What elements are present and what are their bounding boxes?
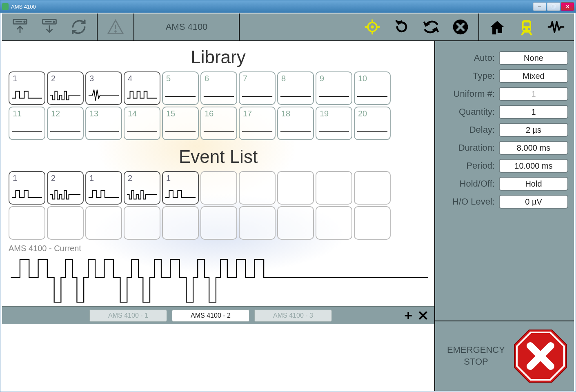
- download-button[interactable]: [38, 16, 61, 38]
- event-slot-15[interactable]: [200, 206, 237, 240]
- param-value-period[interactable]: 10.000 ms: [499, 159, 568, 173]
- event-slot-1[interactable]: 2: [47, 171, 84, 205]
- library-slot-8[interactable]: 8: [277, 71, 314, 105]
- warning-button[interactable]: [104, 16, 127, 38]
- upload-button[interactable]: [9, 16, 31, 38]
- library-slot-2[interactable]: 2: [47, 71, 84, 105]
- train-button[interactable]: [515, 16, 538, 38]
- refresh-button[interactable]: [67, 16, 90, 38]
- event-slot-18[interactable]: [316, 206, 352, 240]
- event-slot-7[interactable]: [277, 171, 314, 205]
- library-slot-3[interactable]: 3: [85, 71, 122, 105]
- cancel-circle-icon: [451, 18, 469, 36]
- close-tab-button[interactable]: ✕: [417, 307, 429, 324]
- library-slot-12[interactable]: 12: [47, 107, 84, 140]
- event-slot-4[interactable]: 1: [162, 171, 199, 205]
- slot-number: 20: [358, 109, 367, 118]
- slot-waveform: [165, 88, 196, 102]
- instrument-tab-2[interactable]: AMS 4100 - 3: [254, 310, 332, 322]
- emergency-stop-icon: [512, 327, 569, 385]
- instrument-tab-0[interactable]: AMS 4100 - 1: [89, 310, 167, 322]
- home-button[interactable]: [486, 16, 509, 38]
- slot-number: 7: [243, 74, 247, 83]
- slot-waveform: [241, 88, 273, 102]
- library-slot-14[interactable]: 14: [124, 107, 160, 140]
- instrument-tab-1[interactable]: AMS 4100 - 2: [172, 310, 249, 322]
- stop-button[interactable]: [449, 16, 472, 38]
- param-value-type[interactable]: Mixed: [499, 69, 568, 83]
- emergency-stop-button[interactable]: [512, 327, 569, 385]
- event-slot-3[interactable]: 2: [124, 171, 160, 205]
- slot-waveform: [203, 88, 235, 102]
- event-slot-0[interactable]: 1: [9, 171, 45, 205]
- library-slot-17[interactable]: 17: [239, 107, 276, 140]
- library-slot-6[interactable]: 6: [200, 71, 237, 105]
- param-value-delay[interactable]: 2 µs: [499, 123, 568, 137]
- param-value-duration[interactable]: 8.000 ms: [499, 141, 568, 155]
- eventlist-grid: 12121: [9, 171, 428, 240]
- event-waveform: [49, 187, 81, 201]
- event-slot-10[interactable]: [9, 206, 45, 240]
- event-slot-5[interactable]: [200, 171, 237, 205]
- param-label-delay: Delay:: [441, 125, 499, 135]
- slot-number: 18: [281, 109, 290, 118]
- param-value-auto[interactable]: None: [499, 51, 568, 65]
- event-slot-8[interactable]: [316, 171, 352, 205]
- event-slot-11[interactable]: [47, 206, 84, 240]
- svg-point-20: [528, 28, 530, 31]
- app-icon: [2, 3, 9, 10]
- event-waveform: [88, 187, 120, 201]
- library-slot-13[interactable]: 13: [85, 107, 122, 140]
- param-value-quantity[interactable]: 1: [499, 105, 568, 119]
- param-value-uniform[interactable]: 1: [499, 87, 568, 101]
- slot-number: 11: [13, 109, 22, 118]
- library-slot-19[interactable]: 19: [316, 107, 352, 140]
- svg-point-5: [53, 21, 55, 22]
- slot-waveform: [11, 123, 43, 137]
- event-slot-17[interactable]: [277, 206, 314, 240]
- library-slot-9[interactable]: 9: [316, 71, 352, 105]
- event-slot-16[interactable]: [239, 206, 276, 240]
- slot-waveform: [88, 88, 120, 102]
- library-slot-15[interactable]: 15: [162, 107, 199, 140]
- event-slot-13[interactable]: [124, 206, 160, 240]
- slot-waveform: [165, 123, 196, 137]
- param-value-holevel[interactable]: 0 µV: [499, 195, 568, 209]
- window-maximize-button[interactable]: ☐: [547, 2, 560, 11]
- loop-repeat-button[interactable]: [420, 16, 443, 38]
- event-slot-14[interactable]: [162, 206, 199, 240]
- slot-number: 9: [320, 74, 324, 83]
- add-tab-button[interactable]: +: [404, 307, 412, 323]
- slot-number: 8: [281, 74, 286, 83]
- loop-once-button[interactable]: [390, 16, 413, 38]
- param-value-holdoff[interactable]: Hold: [499, 177, 568, 191]
- waveform-button[interactable]: [545, 16, 567, 38]
- library-slot-5[interactable]: 5: [162, 71, 199, 105]
- event-slot-12[interactable]: [85, 206, 122, 240]
- library-slot-20[interactable]: 20: [354, 107, 391, 140]
- event-number: 2: [128, 174, 132, 183]
- emergency-stop-label: EMERGENCYSTOP: [440, 344, 512, 368]
- slot-number: 3: [89, 74, 94, 83]
- library-slot-4[interactable]: 4: [124, 71, 160, 105]
- svg-point-7: [115, 31, 116, 32]
- library-slot-11[interactable]: 11: [9, 107, 45, 140]
- library-slot-18[interactable]: 18: [277, 107, 314, 140]
- window-close-button[interactable]: ✕: [561, 2, 574, 11]
- event-slot-9[interactable]: [354, 171, 391, 205]
- event-slot-2[interactable]: 1: [85, 171, 122, 205]
- slot-number: 10: [358, 74, 367, 83]
- slot-number: 5: [166, 74, 171, 83]
- window-minimize-button[interactable]: ─: [533, 2, 546, 11]
- library-slot-1[interactable]: 1: [9, 71, 45, 105]
- library-slot-16[interactable]: 16: [200, 107, 237, 140]
- param-label-holevel: H/O Level:: [441, 196, 499, 207]
- event-slot-19[interactable]: [354, 206, 391, 240]
- parameters-panel: Auto:NoneType:MixedUniform #:1Quantity:1…: [435, 41, 574, 391]
- target-button[interactable]: [361, 16, 384, 38]
- event-number: 1: [89, 174, 94, 183]
- event-slot-6[interactable]: [239, 171, 276, 205]
- train-icon: [518, 18, 536, 36]
- library-slot-7[interactable]: 7: [239, 71, 276, 105]
- library-slot-10[interactable]: 10: [354, 71, 391, 105]
